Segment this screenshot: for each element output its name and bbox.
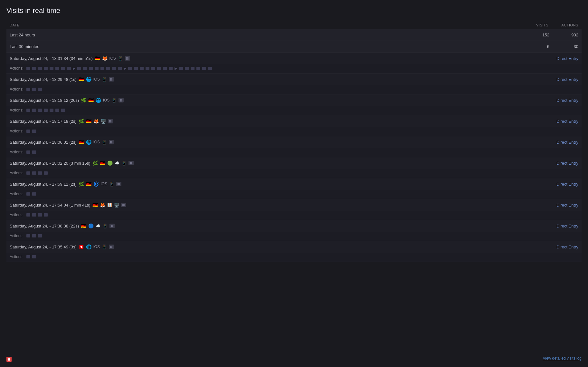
- action-dot: [146, 67, 149, 70]
- visit-block: Saturday, August 24, - 18:18:12 (26s) 🌿🇩…: [6, 94, 582, 115]
- browser-icon: 🌐: [96, 98, 101, 103]
- extra-icon: ▦: [108, 119, 113, 123]
- actions-label: Actions:: [10, 255, 24, 259]
- action-dot: [151, 67, 155, 70]
- visit-row[interactable]: Saturday, August 24, - 17:38:38 (22s) 🇩🇪…: [6, 220, 582, 232]
- leaf-icon: 🌿: [92, 160, 98, 166]
- pause-button[interactable]: [6, 357, 12, 362]
- view-log-link[interactable]: View detailed visits log: [543, 356, 582, 361]
- visit-block: Saturday, August 24, - 18:29:48 (1s) 🇩🇪 …: [6, 73, 582, 94]
- action-dot: [89, 67, 93, 70]
- browser-icon: 🟢: [107, 160, 113, 166]
- action-dot: [185, 67, 189, 70]
- visits-container: Saturday, August 24, - 18:31:34 (34 min …: [6, 53, 582, 262]
- action-dot: [32, 255, 36, 258]
- actions-label: Actions:: [10, 129, 24, 133]
- visit-source: Direct Entry: [556, 119, 578, 124]
- actions-row: Actions:: [6, 106, 582, 115]
- extra-icon: ▦: [109, 245, 114, 249]
- visit-row[interactable]: Saturday, August 24, - 18:31:34 (34 min …: [6, 53, 582, 64]
- action-dot: [44, 213, 48, 217]
- browser-icon: 🦊: [102, 56, 108, 61]
- visit-date: Saturday, August 24, - 17:38:38 (22s): [10, 224, 79, 228]
- action-dot: [26, 150, 30, 154]
- summary-row-30m: Last 30 minutes 6 30: [6, 41, 582, 53]
- actions-row: Actions: ▶▶▶: [6, 64, 582, 73]
- leaf-icon: 🌿: [79, 181, 84, 187]
- flag-de: 🇩🇪: [86, 181, 91, 187]
- visit-source: Direct Entry: [556, 98, 578, 103]
- flag-de: 🇩🇪: [79, 140, 84, 145]
- action-dot: [26, 171, 30, 175]
- visit-row[interactable]: Saturday, August 24, - 18:29:48 (1s) 🇩🇪 …: [6, 73, 582, 85]
- action-dot: [95, 67, 99, 70]
- action-dot: [128, 67, 132, 70]
- visit-date: Saturday, August 24, - 17:54:04 (1 min 4…: [10, 203, 90, 208]
- browser-icon: 🌀: [93, 181, 99, 187]
- action-dot: [208, 67, 212, 70]
- visit-info: Saturday, August 24, - 17:54:04 (1 min 4…: [10, 202, 556, 208]
- visit-info: Saturday, August 24, - 17:35:49 (3s) 🇨🇭 …: [10, 244, 556, 249]
- col-date: DATE: [10, 23, 536, 27]
- arrow-icon: ▶: [73, 66, 75, 71]
- action-dot: [32, 88, 36, 91]
- actions-label: Actions:: [10, 192, 24, 196]
- action-dot: [112, 67, 116, 70]
- flag-de: 🇩🇪: [81, 223, 86, 228]
- action-dot: [134, 67, 138, 70]
- device-icon: 📱: [118, 56, 123, 61]
- visit-date: Saturday, August 24, - 18:02:20 (3 min 1…: [10, 161, 90, 166]
- action-dot: [38, 67, 42, 70]
- action-dot: [32, 171, 36, 175]
- extra-icon: ▦: [128, 161, 134, 165]
- action-dot: [44, 171, 48, 175]
- action-dot: [32, 192, 36, 196]
- visit-row[interactable]: Saturday, August 24, - 18:17:18 (2s) 🌿🇩🇪…: [6, 115, 582, 127]
- leaf-icon: 🌿: [81, 98, 86, 103]
- visit-row[interactable]: Saturday, August 24, - 18:02:20 (3 min 1…: [6, 157, 582, 169]
- visit-date: Saturday, August 24, - 17:59:11 (2s): [10, 182, 77, 187]
- action-dot: [44, 109, 48, 112]
- visit-date: Saturday, August 24, - 18:17:18 (2s): [10, 119, 77, 124]
- visit-row[interactable]: Saturday, August 24, - 17:54:04 (1 min 4…: [6, 199, 582, 211]
- device-icon: 📱: [102, 140, 107, 145]
- visit-source: Direct Entry: [556, 182, 578, 187]
- action-dot: [196, 67, 200, 70]
- os-label: iOS: [101, 182, 107, 186]
- action-dot: [32, 67, 36, 70]
- page-wrapper: Visits in real-time DATE VISITS ACTIONS …: [0, 0, 588, 278]
- visit-info: Saturday, August 24, - 17:38:38 (22s) 🇩🇪…: [10, 223, 556, 228]
- action-dot: [38, 213, 42, 217]
- action-dot: [26, 234, 30, 237]
- action-dot: [61, 109, 65, 112]
- visit-block: Saturday, August 24, - 17:54:04 (1 min 4…: [6, 199, 582, 220]
- visits-24h: 152: [533, 33, 549, 37]
- visit-row[interactable]: Saturday, August 24, - 17:59:11 (2s) 🌿🇩🇪…: [6, 178, 582, 190]
- col-right: VISITS ACTIONS: [536, 23, 578, 27]
- visits-30m: 6: [533, 44, 549, 49]
- flag-de: 🇩🇪: [88, 98, 94, 103]
- visit-source: Direct Entry: [556, 140, 578, 145]
- visit-row[interactable]: Saturday, August 24, - 17:35:49 (3s) 🇨🇭 …: [6, 241, 582, 253]
- extra-icon: ▦: [109, 77, 114, 82]
- col-actions: ACTIONS: [561, 23, 578, 27]
- action-dot: [106, 67, 110, 70]
- os-label: iOS: [93, 245, 100, 249]
- action-dot: [61, 67, 65, 70]
- action-dot: [32, 130, 36, 133]
- visit-source: Direct Entry: [556, 56, 578, 61]
- visit-row[interactable]: Saturday, August 24, - 18:18:12 (26s) 🌿🇩…: [6, 94, 582, 106]
- visit-source: Direct Entry: [556, 224, 578, 228]
- visit-date: Saturday, August 24, - 18:06:01 (2s): [10, 140, 77, 145]
- table-header: DATE VISITS ACTIONS: [6, 21, 582, 29]
- visit-row[interactable]: Saturday, August 24, - 18:06:01 (2s) 🇩🇪 …: [6, 136, 582, 148]
- os-label: iOS: [93, 77, 100, 82]
- action-dot: [140, 67, 144, 70]
- browser-icon: 🦊: [100, 202, 105, 208]
- actions-30m: 30: [562, 44, 578, 49]
- visit-block: Saturday, August 24, - 18:17:18 (2s) 🌿🇩🇪…: [6, 115, 582, 136]
- actions-row: Actions:: [6, 253, 582, 262]
- extra-icon: ▦: [109, 140, 114, 144]
- action-dot: [157, 67, 161, 70]
- os-label: iOS: [109, 56, 116, 61]
